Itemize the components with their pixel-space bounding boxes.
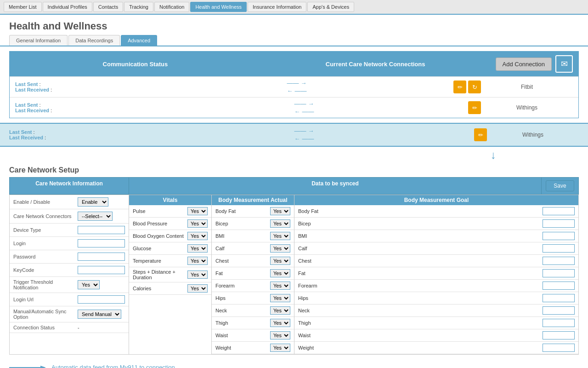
bma-row-bicep: BicepYesNo (212, 218, 294, 230)
input-keycode (78, 266, 125, 274)
bma-panel: Body Measurement Actual Body FatYesNo Bi… (212, 195, 294, 354)
vital-select-temp[interactable]: YesNo (187, 257, 208, 265)
tab-general-info[interactable]: General Information (9, 35, 68, 46)
vital-select-bp[interactable]: YesNo (187, 219, 208, 228)
last-received-withings: Last Received : (15, 108, 144, 113)
add-connection-button[interactable]: Add Connection (496, 58, 552, 71)
bmg-input-bodyfat[interactable] (543, 207, 575, 215)
field-keycode[interactable] (78, 266, 125, 274)
input-login-url (78, 295, 125, 304)
form-row-login: Login (10, 237, 129, 250)
bmg-input-weight[interactable] (543, 344, 575, 352)
vital-row-temp: Temperature YesNo (129, 255, 211, 267)
label-enable: Enable / Disable (13, 199, 78, 205)
edit-button-divider[interactable]: ✏ (474, 128, 487, 141)
nav-insurance[interactable]: Insurance Information (248, 2, 306, 12)
bma-select-thigh[interactable]: YesNo (270, 319, 290, 327)
legend-text-auto-to: Automatic data feed from My911 to connec… (51, 364, 175, 368)
th-care-info: Care Network Information (10, 178, 129, 194)
bma-select-bicep[interactable]: YesNo (270, 219, 290, 228)
care-left-panel: Enable / Disable EnableDisable Care Netw… (10, 195, 129, 354)
nav-contacts[interactable]: Contacts (93, 2, 123, 12)
bma-select-hips[interactable]: YesNo (270, 294, 290, 302)
bmg-input-calf[interactable] (543, 244, 575, 253)
bmg-input-chest[interactable] (543, 257, 575, 265)
bmg-input-fat[interactable] (543, 269, 575, 277)
form-row-enable: Enable / Disable EnableDisable (10, 195, 129, 209)
field-login[interactable] (78, 239, 125, 247)
label-trigger: Trigger Threshold Notification (13, 279, 78, 290)
bmg-row-chest: Chest (294, 255, 578, 267)
form-row-keycode: KeyCode (10, 264, 129, 277)
care-table-header: Care Network Information Data to be sync… (9, 177, 579, 195)
bmg-input-forearm[interactable] (543, 282, 575, 290)
down-arrow: ↓ (0, 149, 588, 161)
bma-select-forearm[interactable]: YesNo (270, 282, 290, 290)
input-password (78, 253, 125, 261)
save-button[interactable]: Save (546, 180, 574, 191)
bmg-row-bmi: BMI (294, 230, 578, 242)
select-trigger[interactable]: YesNo (78, 280, 100, 289)
mail-button[interactable]: ✉ (555, 55, 573, 73)
value-conn-status: - (78, 325, 125, 330)
refresh-button-fitbit[interactable]: ↻ (468, 80, 481, 93)
select-sync-option[interactable]: Send ManualAutomatic (78, 310, 121, 319)
vital-select-boc[interactable]: YesNo (187, 232, 208, 240)
divider-arrows: ——→ ←—— (138, 127, 470, 142)
bma-label-calf: Calf (215, 246, 225, 251)
bmg-label-bodyfat: Body Fat (298, 208, 318, 214)
edit-button-fitbit[interactable]: ✏ (453, 80, 466, 93)
bma-select-waist[interactable]: YesNo (270, 331, 290, 339)
bma-row-forearm: ForearmYesNo (212, 280, 294, 292)
vital-select-calories[interactable]: YesNo (187, 284, 208, 293)
select-enable[interactable]: EnableDisable (78, 197, 108, 207)
bma-row-hips: HipsYesNo (212, 292, 294, 305)
nav-member-list[interactable]: Member List (4, 2, 42, 12)
select-connectors[interactable]: --Select-- (78, 212, 113, 221)
bma-select-bodyfat[interactable]: YesNo (270, 207, 290, 215)
bma-row-bmi: BMIYesNo (212, 230, 294, 242)
bmg-row-waist: Waist (294, 329, 578, 342)
bma-select-fat[interactable]: YesNo (270, 269, 290, 277)
tab-data-recordings[interactable]: Data Recordings (68, 35, 120, 46)
nav-notification[interactable]: Notification (154, 2, 189, 12)
page-header: Health and Wellness (0, 15, 588, 35)
divider-device: Withings (487, 132, 579, 138)
bmg-input-thigh[interactable] (543, 319, 575, 327)
vital-select-glucose[interactable]: YesNo (187, 244, 208, 253)
bma-label-fat: Fat (215, 270, 223, 276)
vital-row-calories: Calories YesNo (129, 282, 211, 295)
bmg-input-neck[interactable] (543, 306, 575, 315)
tab-advanced[interactable]: Advanced (121, 35, 157, 46)
svg-marker-1 (40, 366, 46, 368)
vital-select-pulse[interactable]: YesNo (187, 207, 208, 215)
input-device-type (78, 226, 125, 234)
field-password[interactable] (78, 253, 125, 261)
bmg-input-bmi[interactable] (543, 232, 575, 240)
bma-select-calf[interactable]: YesNo (270, 244, 290, 253)
bma-row-chest: ChestYesNo (212, 255, 294, 267)
nav-tracking[interactable]: Tracking (124, 2, 153, 12)
bma-select-weight[interactable]: YesNo (270, 344, 290, 352)
bmg-input-waist[interactable] (543, 331, 575, 339)
bmg-row-thigh: Thigh (294, 317, 578, 329)
nav-individual-profiles[interactable]: Individual Profiles (43, 2, 92, 12)
bma-select-bmi[interactable]: YesNo (270, 232, 290, 240)
vital-select-steps[interactable]: YesNo (187, 270, 208, 279)
bmg-input-bicep[interactable] (543, 219, 575, 228)
bma-select-neck[interactable]: YesNo (270, 306, 290, 315)
bmg-label-weight: Weight (298, 345, 314, 351)
arrows-fitbit: ——→ ←—— (144, 80, 450, 94)
nav-apps-devices[interactable]: App's & Devices (307, 2, 354, 12)
bma-select-chest[interactable]: YesNo (270, 257, 290, 265)
label-connectors: Care Network Connectors (13, 213, 78, 219)
label-keycode: KeyCode (13, 267, 78, 273)
legend-item-auto-to: Automatic data feed from My911 to connec… (9, 364, 175, 368)
edit-button-withings[interactable]: ✏ (468, 101, 481, 114)
field-device-type[interactable] (78, 226, 125, 234)
divider-labels: Last Sent : Last Received : (9, 129, 138, 140)
comm-section: Communication Status Current Care Networ… (9, 51, 579, 118)
field-login-url[interactable] (78, 295, 125, 304)
nav-health-wellness[interactable]: Health and Wellness (190, 2, 247, 12)
bmg-input-hips[interactable] (543, 294, 575, 302)
